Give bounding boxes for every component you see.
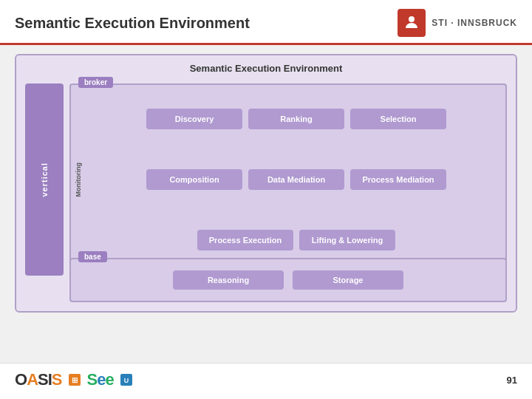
broker-inner: Discovery Ranking Selection Composition … — [93, 91, 499, 268]
broker-area: broker Monitoring Discovery Ranking Sele… — [69, 83, 507, 276]
header: Semantic Execution Environment STI · INN… — [0, 0, 532, 45]
lifting-lowering-box: Lifting & Lowering — [299, 230, 395, 250]
diagram-title: Semantic Execution Environment — [25, 63, 507, 74]
main-content: Semantic Execution Environment vertical … — [0, 45, 532, 363]
sti-logo-icon — [398, 9, 426, 37]
selection-box: Selection — [350, 109, 446, 129]
base-area: base Reasoning Storage — [69, 258, 507, 302]
logo-area: STI · INNSBRUCK — [398, 9, 517, 37]
see-symbol: U — [120, 373, 133, 386]
broker-row-2: Composition Data Mediation Process Media… — [93, 169, 499, 190]
logo-text: STI · INNSBRUCK — [432, 18, 517, 28]
person-icon — [403, 14, 420, 32]
discovery-box: Discovery — [146, 109, 242, 129]
base-label: base — [78, 251, 107, 262]
page-title: Semantic Execution Environment — [15, 15, 250, 32]
footer: OASIS ⊞ See U 91 — [0, 363, 532, 396]
process-execution-box: Process Execution — [197, 230, 293, 250]
oasis-symbol: ⊞ — [68, 373, 81, 386]
ranking-box: Ranking — [248, 109, 344, 129]
see-diagram-box: Semantic Execution Environment vertical … — [15, 54, 517, 313]
storage-box: Storage — [293, 270, 403, 290]
process-mediation-box: Process Mediation — [350, 169, 446, 190]
vertical-label-box: vertical — [25, 83, 64, 276]
see-logo: See — [87, 370, 114, 389]
footer-logos: OASIS ⊞ See U — [15, 370, 133, 389]
monitoring-label: Monitoring — [75, 163, 82, 197]
reasoning-box: Reasoning — [173, 270, 284, 290]
broker-row-3: Process Execution Lifting & Lowering — [93, 230, 499, 250]
vertical-label: vertical — [40, 163, 49, 197]
data-mediation-box: Data Mediation — [248, 169, 344, 190]
oasis-logo: OASIS — [15, 370, 62, 389]
svg-text:U: U — [123, 377, 129, 384]
composition-box: Composition — [146, 169, 242, 190]
monitoring-label-box: Monitoring — [71, 85, 86, 274]
svg-text:⊞: ⊞ — [72, 376, 78, 384]
svg-point-0 — [409, 16, 415, 22]
page-number: 91 — [507, 375, 517, 386]
broker-row-1: Discovery Ranking Selection — [93, 109, 499, 129]
